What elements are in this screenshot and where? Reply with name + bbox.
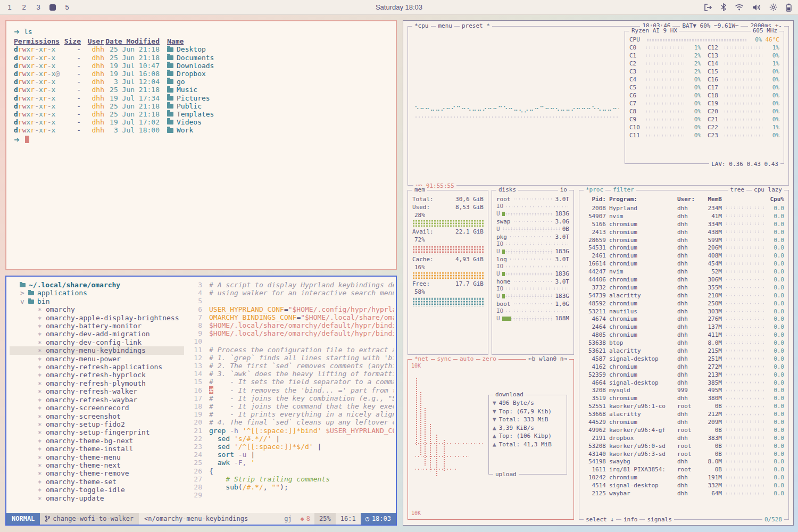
- process-row[interactable]: 2008 Hyprland dhh 234M 0.0: [584, 204, 784, 212]
- tree-item[interactable]: omarchy-refresh-plymouth: [10, 379, 184, 387]
- volume-icon[interactable]: [752, 4, 761, 11]
- tree-item[interactable]: v bin: [10, 297, 184, 305]
- process-row[interactable]: 48592 chromium dhh 250M 0.0: [584, 300, 784, 307]
- workspace-item[interactable]: 3: [35, 3, 41, 11]
- workspace-item[interactable]: 2: [21, 3, 27, 11]
- tree-item-label: omarchy-toggle-idle: [46, 486, 125, 494]
- process-row[interactable]: 54907 nvim dhh 41M 0.0: [584, 212, 784, 220]
- tree-item[interactable]: omarchy-screenrecord: [10, 404, 184, 412]
- tree-item[interactable]: omarchy-theme-bg-next: [10, 437, 184, 445]
- tree-item[interactable]: omarchy-menu-power: [10, 355, 184, 363]
- tree-item[interactable]: omarchy-setup-fido2: [10, 420, 184, 428]
- process-row[interactable]: 53638 btop dhh 8.0M 0.0: [584, 339, 784, 347]
- net-box-label[interactable]: auto: [458, 355, 476, 363]
- process-row[interactable]: 4162 chromium dhh 272M 0.0: [584, 363, 784, 371]
- workspace-item[interactable]: 5: [64, 3, 70, 11]
- process-row[interactable]: 2464 chromium dhh 137M 0.0: [584, 323, 784, 331]
- process-row[interactable]: 49962 kworker/u96:4-gf root 0B 0.0: [584, 426, 784, 434]
- process-row[interactable]: 54531 chromium dhh 206M 0.0: [584, 244, 784, 252]
- tree-item[interactable]: omarchy-dev-config-link: [10, 338, 184, 346]
- user: dhh: [81, 70, 104, 78]
- process-row[interactable]: 44247 nvim dhh 52M 0.0: [584, 268, 784, 276]
- process-row[interactable]: 44529 chromium dhh 209M 0.0: [584, 418, 784, 426]
- cpu-total-meter: [646, 38, 746, 42]
- net-box-label[interactable]: zero: [480, 355, 499, 363]
- process-row[interactable]: 3519 chromium dhh 380M 0.0: [584, 394, 784, 402]
- cpu-menu-label[interactable]: menu: [436, 22, 455, 30]
- process-row[interactable]: 3732 chromium dhh 355M 0.0: [584, 284, 784, 292]
- process-row[interactable]: 2125 waybar dhh 64M 0.0: [584, 489, 784, 497]
- tree-item[interactable]: omarchy-setup-fingerprint: [10, 428, 184, 436]
- tree-item[interactable]: omarchy-screenshot: [10, 412, 184, 420]
- workspace-item[interactable]: 1: [6, 3, 13, 11]
- line-number: 26: [188, 467, 202, 475]
- process-row[interactable]: 4664 signal-desktop dhh 385M 0.0: [584, 379, 784, 387]
- proc-box-label[interactable]: *proc: [584, 186, 605, 194]
- proc-box-label[interactable]: filter: [611, 186, 636, 194]
- process-row[interactable]: 4805 chromium dhh 411M 0.0: [584, 331, 784, 339]
- tree-item[interactable]: > applications: [10, 289, 184, 297]
- battery-icon[interactable]: [786, 3, 792, 12]
- proc-footer-button[interactable]: select ↓: [584, 516, 616, 523]
- tree-item[interactable]: omarchy-menu-keybindings: [10, 346, 184, 354]
- tree-item[interactable]: ~/.local/share/omarchy: [10, 281, 184, 289]
- disks-box-label[interactable]: disks: [496, 186, 518, 194]
- disks-box-label[interactable]: io: [558, 186, 569, 194]
- process-row[interactable]: 16614 chromium dhh 454M 0.0: [584, 260, 784, 268]
- process-row[interactable]: 54739 alacritty dhh 210M 0.0: [584, 292, 784, 300]
- tree-item[interactable]: omarchy-battery-monitor: [10, 322, 184, 330]
- proc-option-label[interactable]: cpu lazy: [752, 186, 784, 194]
- process-row[interactable]: 52359 chromium dhh 213M 0.0: [584, 371, 784, 379]
- process-row[interactable]: 53621 alacritty dhh 215M 0.0: [584, 347, 784, 355]
- proc-footer-button[interactable]: info: [621, 516, 640, 523]
- process-row[interactable]: 3208 mysqld 999 495M 0.0: [584, 386, 784, 394]
- tree-item[interactable]: omarchy-apple-display-brightness: [10, 314, 184, 322]
- process-row[interactable]: 52551 kworker/u96:1-co root 0B 0.0: [584, 402, 784, 410]
- tree-item[interactable]: omarchy-refresh-hyprlock: [10, 371, 184, 379]
- bluetooth-icon[interactable]: [721, 3, 726, 11]
- tree-item-label: omarchy: [46, 305, 75, 313]
- process-row[interactable]: 28659 chromium dhh 599M 0.0: [584, 236, 784, 244]
- process-row[interactable]: 53668 alacritty dhh 212M 0.0: [584, 410, 784, 418]
- net-box-label[interactable]: *net: [412, 355, 431, 363]
- tree-item[interactable]: omarchy: [10, 305, 184, 313]
- process-row[interactable]: 53208 kworker/u96:0-sd root 0B 0.0: [584, 442, 784, 450]
- wifi-icon[interactable]: [735, 4, 744, 11]
- tree-item[interactable]: omarchy-theme-menu: [10, 453, 184, 461]
- proc-option-label[interactable]: tree: [728, 186, 747, 194]
- workspace-item[interactable]: [49, 4, 56, 11]
- process-row[interactable]: 4674 chromium dhh 276M 0.0: [584, 315, 784, 323]
- process-row[interactable]: 2461 chromium dhh 408M 0.0: [584, 252, 784, 260]
- tree-item[interactable]: omarchy-dev-add-migration: [10, 330, 184, 338]
- tree-item[interactable]: omarchy-refresh-waybar: [10, 396, 184, 404]
- tree-item[interactable]: omarchy-theme-remove: [10, 469, 184, 477]
- tree-item[interactable]: omarchy-theme-next: [10, 461, 184, 469]
- process-row[interactable]: 1611 irq/81-PIXA3854: root 0B 0.0: [584, 466, 784, 473]
- tree-item[interactable]: omarchy-refresh-walker: [10, 387, 184, 395]
- logout-icon[interactable]: [704, 4, 712, 11]
- tree-item[interactable]: omarchy-toggle-idle: [10, 486, 184, 494]
- proc-footer-button[interactable]: signals: [645, 516, 674, 523]
- tree-item[interactable]: omarchy-refresh-applications: [10, 363, 184, 371]
- settings-icon[interactable]: [769, 3, 777, 11]
- cpu-menu-label[interactable]: preset *: [460, 22, 492, 30]
- mem-box-label[interactable]: mem: [412, 186, 427, 194]
- process-row[interactable]: 2191 dropbox dhh 383M 0.0: [584, 434, 784, 442]
- tree-item[interactable]: omarchy-theme-install: [10, 445, 184, 453]
- tree-item[interactable]: omarchy-update: [10, 494, 184, 502]
- cpu-menu-label[interactable]: *cpu: [412, 22, 431, 30]
- process-row[interactable]: 5166 chromium dhh 334M 0.0: [584, 220, 784, 228]
- process-row[interactable]: 44406 chromium dhh 306M 0.0: [584, 276, 784, 284]
- tree-item[interactable]: omarchy-theme-set: [10, 478, 184, 486]
- process-row[interactable]: 4587 signal-desktop dhh 251M 0.0: [584, 355, 784, 363]
- process-row[interactable]: 43140 kworker/u96:3-sd root 0B 0.0: [584, 450, 784, 458]
- cpu-core-panel: Ryzen AI 9 HX 605 MHz CPU 0% 46°C C01% C…: [625, 31, 784, 164]
- process-row[interactable]: 10242 chromium dhh 191M 0.0: [584, 473, 784, 481]
- net-interface-label[interactable]: ←b wlan0 n→: [526, 355, 569, 363]
- process-row[interactable]: 54198 swaybg dhh 8.0M 0.0: [584, 458, 784, 466]
- process-row[interactable]: 53211 nautilus dhh 303M 0.0: [584, 307, 784, 315]
- process-row[interactable]: 4514 signal-desktop dhh 332M 0.0: [584, 481, 784, 489]
- net-box-label[interactable]: sync: [435, 355, 454, 363]
- process-row[interactable]: 2413 chromium dhh 438M 0.0: [584, 228, 784, 236]
- code-line: 7OMARCHY_BINDINGS_CONF="$HOME/.local/sha…: [188, 313, 394, 321]
